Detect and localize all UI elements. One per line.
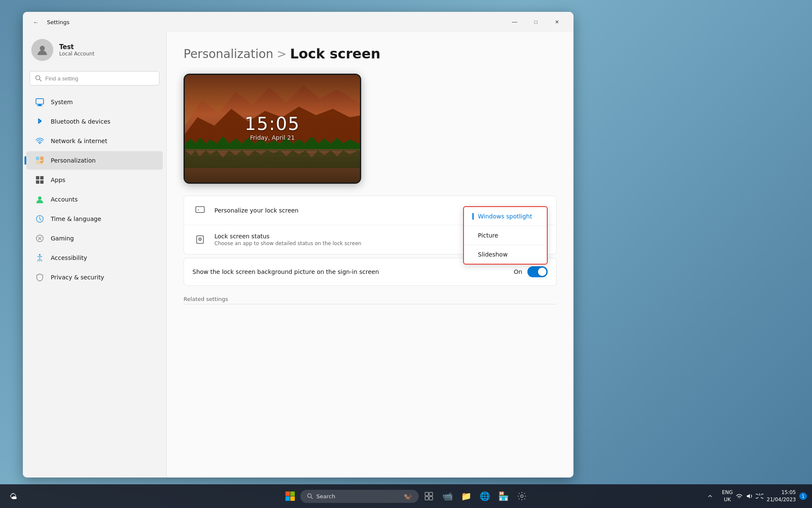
svg-rect-25	[291, 491, 295, 496]
svg-rect-32	[425, 497, 428, 500]
lockscreen-status-icon	[192, 232, 208, 247]
selected-indicator	[472, 213, 474, 220]
svg-rect-8	[40, 157, 44, 160]
system-icon	[35, 97, 45, 107]
taskbar-app-settings[interactable]	[513, 488, 530, 505]
taskbar-app-store[interactable]: 🏪	[495, 488, 512, 505]
window-controls: — □ ✕	[505, 15, 567, 29]
user-section[interactable]: Test Local Account	[23, 32, 166, 69]
bluetooth-icon	[35, 116, 45, 127]
time-icon	[35, 214, 45, 224]
background-text: Show the lock screen background picture …	[192, 268, 514, 275]
related-settings-header: Related settings	[184, 296, 557, 304]
personalize-row: Personalize your lock screen Windows spo…	[184, 196, 556, 225]
task-view-button[interactable]	[420, 488, 437, 505]
svg-point-0	[40, 46, 45, 51]
notification-badge[interactable]: 1	[799, 492, 807, 500]
sidebar-item-privacy[interactable]: Privacy & security	[26, 268, 163, 287]
taskbar-clock[interactable]: 15:05 21/04/2023	[767, 489, 796, 503]
sidebar-item-gaming[interactable]: Gaming	[26, 229, 163, 248]
accounts-icon	[35, 194, 45, 204]
task-view-icon	[425, 492, 433, 500]
window-title: Settings	[47, 19, 69, 25]
search-icon	[35, 75, 42, 82]
content-area: Personalization > Lock screen	[167, 32, 573, 478]
sidebar-item-system[interactable]: System	[26, 93, 163, 111]
sidebar-label-gaming: Gaming	[51, 235, 74, 242]
background-toggle[interactable]	[527, 266, 548, 277]
lockscreen-time-container: 15:05 Friday, April 21	[244, 113, 300, 141]
svg-point-1	[36, 76, 40, 80]
system-tray-expand[interactable]	[702, 488, 719, 505]
dropdown-menu[interactable]: Windows spotlight Picture Slideshow	[463, 206, 548, 265]
svg-rect-5	[37, 105, 42, 106]
breadcrumb-parent[interactable]: Personalization	[184, 47, 273, 61]
search-input[interactable]	[45, 75, 154, 82]
dropdown-item-spotlight[interactable]: Windows spotlight	[464, 207, 547, 226]
toggle-thumb	[538, 268, 546, 276]
sidebar-search[interactable]	[30, 71, 159, 86]
dropdown-item-slideshow[interactable]: Slideshow	[464, 245, 547, 264]
dropdown-item-picture[interactable]: Picture	[464, 226, 547, 245]
sidebar-item-time[interactable]: Time & language	[26, 210, 163, 228]
dropdown-label-spotlight: Windows spotlight	[478, 213, 532, 220]
taskbar-app-fileexplorer[interactable]: 📁	[458, 488, 475, 505]
accessibility-icon	[35, 253, 45, 263]
taskbar-lang-display: ENG UK	[722, 489, 733, 503]
notepad-hint-icon: 🦦	[403, 492, 412, 500]
svg-point-13	[38, 196, 41, 200]
toggle-on-label: On	[514, 268, 522, 275]
title-bar: ← Settings — □ ✕	[23, 12, 573, 32]
taskbar-date-display: 21/04/2023	[767, 496, 796, 503]
sidebar-item-network[interactable]: Network & internet	[26, 132, 163, 150]
sidebar-label-system: System	[51, 99, 73, 105]
sidebar-label-personalization: Personalization	[51, 157, 96, 164]
svg-line-29	[311, 497, 313, 499]
sys-tray-icons[interactable]: ENG UK	[722, 489, 763, 503]
svg-point-23	[200, 239, 200, 240]
page-header: Personalization > Lock screen	[184, 46, 557, 62]
gaming-icon	[35, 233, 45, 243]
svg-rect-7	[36, 157, 39, 160]
svg-rect-31	[429, 492, 433, 496]
windows-logo	[285, 491, 295, 501]
lockscreen-date: Friday, April 21	[244, 134, 300, 141]
start-button[interactable]	[282, 488, 299, 505]
close-button[interactable]: ✕	[547, 15, 567, 29]
personalize-icon	[192, 203, 208, 218]
taskbar-left: 🌤	[5, 488, 22, 505]
sidebar: Test Local Account System	[23, 32, 167, 478]
sidebar-label-accessibility: Accessibility	[51, 254, 87, 261]
svg-rect-30	[425, 492, 428, 496]
svg-point-28	[307, 494, 311, 497]
sidebar-item-accessibility[interactable]: Accessibility	[26, 248, 163, 267]
sidebar-label-network: Network & internet	[51, 138, 107, 144]
taskbar-region-text: UK	[722, 496, 733, 503]
taskbar-app-edge[interactable]: 🌐	[476, 488, 493, 505]
lockscreen-time: 15:05	[244, 113, 300, 134]
back-button[interactable]: ←	[30, 17, 42, 27]
sidebar-item-apps[interactable]: Apps	[26, 171, 163, 189]
taskbar-search[interactable]: Search 🦦	[300, 490, 419, 503]
settings-app-icon	[517, 491, 527, 501]
network-icon	[35, 136, 45, 146]
power-icon[interactable]	[756, 492, 763, 500]
sidebar-item-bluetooth[interactable]: Bluetooth & devices	[26, 112, 163, 131]
svg-rect-4	[38, 105, 41, 105]
taskbar-app-videocall[interactable]: 📹	[439, 488, 456, 505]
personalization-icon	[35, 155, 45, 166]
sidebar-label-bluetooth: Bluetooth & devices	[51, 118, 110, 125]
settings-window: ← Settings — □ ✕ Test Local Acco	[23, 12, 573, 478]
sidebar-item-accounts[interactable]: Accounts	[26, 190, 163, 209]
personalize-card: Personalize your lock screen Windows spo…	[184, 196, 557, 254]
taskbar-center: Search 🦦 📹 📁 🌐 🏪	[282, 488, 530, 505]
sidebar-item-personalization[interactable]: Personalization	[26, 151, 163, 170]
svg-rect-6	[36, 160, 44, 164]
minimize-button[interactable]: —	[505, 15, 524, 29]
dropdown-label-picture: Picture	[478, 232, 498, 239]
maximize-button[interactable]: □	[526, 15, 546, 29]
weather-icon[interactable]: 🌤	[5, 488, 22, 505]
wifi-icon[interactable]	[735, 492, 743, 500]
user-name: Test	[59, 43, 94, 51]
volume-icon[interactable]	[746, 492, 753, 500]
